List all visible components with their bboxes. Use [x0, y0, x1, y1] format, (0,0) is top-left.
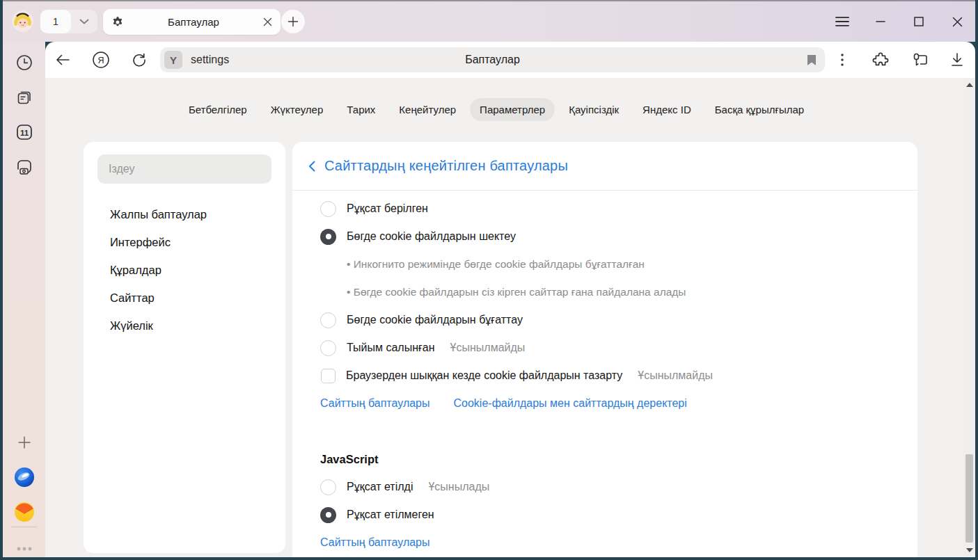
checkbox-icon[interactable]: [321, 369, 336, 383]
sidebar-item-general[interactable]: Жалпы баптаулар: [97, 200, 271, 228]
settings-page: Бетбелгілер Жүктеулер Тарих Кеңейтулер П…: [45, 78, 975, 557]
tab-history[interactable]: Тарих: [337, 98, 385, 121]
option-label: Бөгде cookie файлдарын бұғаттау: [347, 314, 523, 326]
option-note: Ұсынылмайды: [450, 342, 526, 354]
back-icon[interactable]: [308, 161, 315, 172]
scrollbar-thumb[interactable]: [965, 454, 973, 543]
radio-icon[interactable]: [320, 201, 336, 217]
option-note: Ұсынылады: [428, 481, 489, 493]
sidebar-item-interface[interactable]: Интерфейс: [97, 228, 271, 256]
browser-menu-button[interactable]: [830, 10, 854, 33]
page-heading: Сайттардың кеңейтілген баптаулары: [324, 158, 568, 174]
new-tab-button[interactable]: [281, 10, 305, 33]
browser-logo-icon[interactable]: [13, 465, 36, 489]
titlebar: 1 Баптаулар: [3, 1, 975, 42]
downloads-icon[interactable]: [945, 48, 969, 72]
option-label: Браузерден шыққан кезде cookie файлдарын…: [346, 369, 622, 382]
page-heading-row[interactable]: Сайттардың кеңейтілген баптаулары: [292, 142, 917, 191]
tab-settings[interactable]: Параметрлер: [470, 98, 555, 121]
more-dots-icon[interactable]: [13, 537, 36, 557]
javascript-options: Рұқсат етілді Ұсынылады Рұқсат етілмеген…: [292, 473, 917, 557]
option-label: Тыйым салынған: [347, 342, 435, 354]
checkbox-clear-cookies-on-exit[interactable]: Браузерден шыққан кезде cookie файлдарын…: [292, 362, 917, 390]
scroll-down-button[interactable]: [963, 545, 975, 556]
tab-count-badge: 11: [19, 129, 29, 137]
cookie-links-row: Сайттың баптаулары Cookie-файлдары мен с…: [292, 390, 917, 417]
option-label: Рұқсат етілді: [347, 481, 413, 493]
tab-other-devices[interactable]: Басқа құрылғылар: [705, 98, 814, 121]
browser-window: 1 Баптаулар: [3, 0, 975, 557]
radio-cookies-allowed[interactable]: Рұқсат берілген: [292, 195, 917, 223]
page-title: Баптаулар: [160, 54, 825, 66]
site-settings-link[interactable]: Сайттың баптаулары: [320, 397, 430, 410]
tab-group: 1: [40, 10, 97, 33]
active-tab-title: Баптаулар: [124, 16, 263, 28]
tab-bookmarks[interactable]: Бетбелгілер: [179, 98, 257, 121]
profile-avatar[interactable]: [12, 10, 33, 32]
add-panel-button[interactable]: [13, 431, 36, 454]
minimize-button[interactable]: [869, 10, 892, 33]
password-manager-icon[interactable]: [907, 48, 931, 72]
site-favicon: Y: [164, 51, 182, 69]
radio-icon[interactable]: [320, 479, 336, 495]
option-label: Бөгде cookie файлдарын шектеу: [347, 230, 516, 243]
close-window-button[interactable]: [945, 10, 969, 33]
close-tab-icon[interactable]: [263, 17, 272, 26]
tab-extensions[interactable]: Кеңейтулер: [389, 98, 466, 121]
svg-text:Я: Я: [97, 56, 104, 65]
settings-nav: Бетбелгілер Жүктеулер Тарих Кеңейтулер П…: [45, 97, 975, 121]
cookies-and-site-data-link[interactable]: Cookie-файлдары мен сайттардың деректері: [454, 397, 687, 410]
advanced-site-settings-panel: Сайттардың кеңейтілген баптаулары Рұқсат…: [292, 142, 917, 557]
radio-selected-icon[interactable]: [320, 507, 336, 523]
settings-menu-list: Жалпы баптаулар Интерфейс Құралдар Сайтт…: [97, 200, 271, 339]
search-input[interactable]: [97, 154, 271, 184]
tab-security[interactable]: Қауіпсіздік: [559, 98, 629, 121]
maximize-button[interactable]: [907, 10, 931, 33]
browser-toolbar: Я Y settings Баптаулар: [45, 42, 975, 78]
sidebar-item-system[interactable]: Жүйелік: [97, 312, 271, 339]
bookmark-icon[interactable]: [807, 54, 817, 66]
sidebar-item-tools[interactable]: Құралдар: [97, 256, 271, 284]
radio-selected-icon[interactable]: [320, 229, 336, 245]
option-label: Рұқсат етілмеген: [347, 509, 434, 521]
radio-js-disallowed[interactable]: Рұқсат етілмеген: [292, 501, 917, 529]
notes-icon[interactable]: [13, 86, 36, 109]
url-text[interactable]: settings: [191, 54, 229, 66]
cookie-options: Рұқсат берілген Бөгде cookie файлдарын ш…: [292, 191, 917, 417]
screenshot-icon[interactable]: [13, 155, 36, 179]
option-note: Ұсынылмайды: [638, 369, 713, 382]
scrollbar[interactable]: [963, 78, 975, 557]
detail-line: • Бөгде cookie файлдарын сіз кірген сайт…: [292, 278, 917, 306]
radio-block-third-party-cookies[interactable]: Бөгде cookie файлдарын бұғаттау: [292, 306, 917, 334]
tabs-panel-icon[interactable]: 11: [13, 120, 36, 144]
gear-icon: [111, 16, 124, 29]
sidebar-rail: 11: [3, 42, 45, 557]
refresh-button[interactable]: [127, 48, 151, 72]
yandex-home-button[interactable]: Я: [89, 48, 113, 72]
radio-restrict-third-party-cookies[interactable]: Бөгде cookie файлдарын шектеу: [292, 223, 917, 250]
detail-line: • Инкогнито режимінде бөгде cookie файлд…: [292, 250, 917, 278]
more-menu-button[interactable]: [830, 48, 854, 72]
active-tab[interactable]: Баптаулар: [103, 9, 281, 35]
mail-icon[interactable]: [13, 500, 36, 524]
site-settings-link[interactable]: Сайттың баптаулары: [320, 536, 430, 549]
tab-downloads[interactable]: Жүктеулер: [261, 98, 333, 121]
back-button[interactable]: [51, 48, 74, 72]
scroll-up-button[interactable]: [963, 79, 975, 90]
sidebar-item-sites[interactable]: Сайттар: [97, 284, 271, 312]
url-bar[interactable]: Y settings Баптаулар: [160, 47, 825, 72]
tab-yandex-id[interactable]: Яндекс ID: [633, 98, 701, 121]
history-icon[interactable]: [13, 51, 36, 74]
chevron-down-icon[interactable]: [71, 19, 97, 24]
rail-divider: [11, 527, 37, 527]
option-label: Рұқсат берілген: [347, 202, 428, 215]
settings-menu-panel: Жалпы баптаулар Интерфейс Құралдар Сайтт…: [84, 142, 285, 553]
extensions-icon[interactable]: [869, 48, 892, 72]
radio-icon[interactable]: [320, 340, 336, 356]
javascript-section-heading: JavaScript: [292, 445, 917, 473]
radio-cookies-forbidden[interactable]: Тыйым салынған Ұсынылмайды: [292, 334, 917, 362]
radio-js-allowed[interactable]: Рұқсат етілді Ұсынылады: [292, 473, 917, 501]
tab-counter[interactable]: 1: [40, 10, 71, 33]
radio-icon[interactable]: [320, 312, 336, 328]
js-links-row: Сайттың баптаулары: [292, 529, 917, 557]
